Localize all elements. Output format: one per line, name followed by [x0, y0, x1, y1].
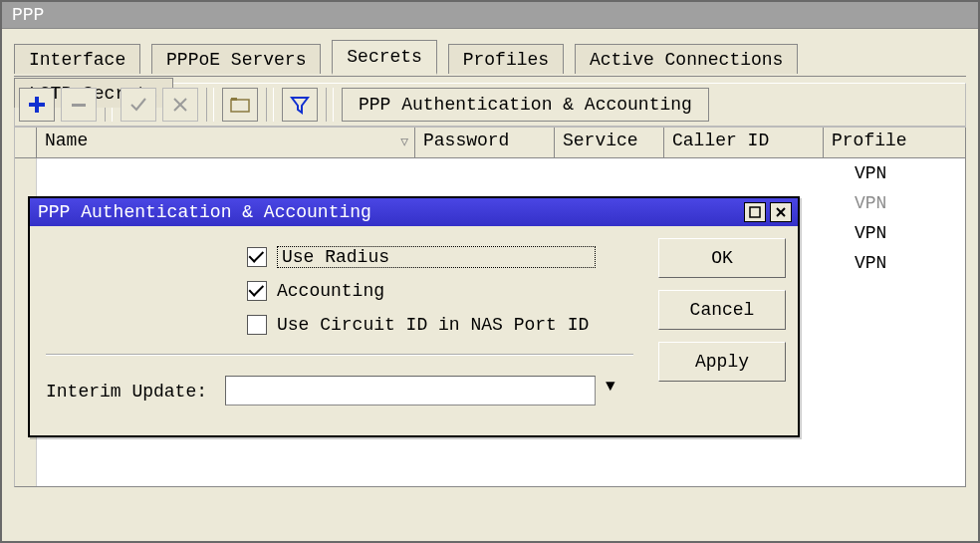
ok-button[interactable]: OK: [658, 238, 786, 278]
tab-profiles[interactable]: Profiles: [448, 44, 564, 74]
interim-update-input[interactable]: [225, 376, 596, 406]
cell-profile: VPN: [847, 158, 894, 188]
toolbar-separator: [206, 88, 214, 122]
filter-button[interactable]: [282, 88, 318, 122]
dialog-separator: [46, 354, 633, 356]
minimize-icon: [749, 206, 761, 218]
table-header: Name ▽ Password Service Caller ID Profil…: [14, 127, 966, 158]
close-icon: [775, 206, 787, 218]
table-row[interactable]: VPN: [15, 158, 965, 188]
window-titlebar: PPP: [2, 2, 978, 29]
col-row-marker[interactable]: [15, 128, 37, 158]
apply-button[interactable]: Apply: [658, 342, 786, 382]
interim-update-dropdown-icon[interactable]: ▼: [606, 378, 615, 396]
dialog-button-column: OK Cancel Apply: [658, 238, 786, 382]
check-icon: [128, 95, 148, 115]
col-name-label: Name: [45, 131, 88, 150]
use-radius-row: Use Radius: [247, 240, 615, 274]
cell-profile: VPN: [847, 188, 894, 218]
window-title: PPP: [12, 5, 44, 25]
tab-active-connections[interactable]: Active Connections: [575, 44, 798, 74]
funnel-icon: [290, 95, 310, 115]
ppp-window: PPP Interface PPPoE Servers Secrets Prof…: [0, 0, 980, 543]
dialog-close-button[interactable]: [770, 202, 792, 222]
options-group: Use Radius Accounting Use Circuit ID in …: [247, 240, 615, 342]
accounting-checkbox[interactable]: [247, 281, 267, 301]
svg-rect-5: [231, 100, 249, 112]
accounting-row: Accounting: [247, 274, 615, 308]
svg-rect-1: [29, 103, 45, 107]
col-password[interactable]: Password: [415, 128, 555, 158]
auth-accounting-dialog: PPP Authentication & Accounting Use Radi…: [28, 196, 800, 437]
tab-secrets[interactable]: Secrets: [332, 40, 437, 75]
comment-button[interactable]: [222, 88, 258, 122]
ppp-auth-accounting-button[interactable]: PPP Authentication & Accounting: [342, 88, 709, 122]
col-profile[interactable]: Profile: [824, 128, 966, 158]
toolbar-separator: [266, 88, 274, 122]
use-circuit-id-row: Use Circuit ID in NAS Port ID: [247, 308, 615, 342]
dialog-titlebar[interactable]: PPP Authentication & Accounting: [30, 198, 798, 226]
sort-desc-icon: ▽: [400, 134, 408, 149]
svg-rect-8: [750, 207, 760, 217]
note-icon: [229, 96, 251, 114]
plus-icon: [27, 95, 47, 115]
svg-rect-2: [72, 104, 86, 107]
accounting-label: Accounting: [277, 281, 384, 301]
dialog-title: PPP Authentication & Accounting: [38, 202, 371, 222]
disable-button[interactable]: [162, 88, 198, 122]
dialog-body: Use Radius Accounting Use Circuit ID in …: [30, 226, 798, 435]
tab-bar: Interface PPPoE Servers Secrets Profiles…: [14, 41, 966, 77]
toolbar-separator: [326, 88, 334, 122]
remove-button[interactable]: [61, 88, 97, 122]
cell-profile: VPN: [847, 218, 894, 248]
tab-pppoe-servers[interactable]: PPPoE Servers: [151, 44, 321, 74]
use-circuit-id-label: Use Circuit ID in NAS Port ID: [277, 315, 589, 335]
col-name[interactable]: Name ▽: [37, 128, 415, 158]
svg-rect-6: [231, 98, 237, 101]
svg-marker-7: [292, 98, 308, 113]
cancel-button[interactable]: Cancel: [658, 290, 786, 330]
cell-profile: VPN: [847, 248, 894, 278]
use-radius-checkbox[interactable]: [247, 247, 267, 267]
use-radius-label: Use Radius: [277, 246, 596, 268]
enable-button[interactable]: [121, 88, 156, 122]
dialog-minimize-button[interactable]: [744, 202, 766, 222]
interim-update-label: Interim Update:: [46, 382, 207, 402]
minus-icon: [69, 95, 89, 115]
col-service[interactable]: Service: [555, 128, 664, 158]
tab-interface[interactable]: Interface: [14, 44, 140, 74]
col-caller-id[interactable]: Caller ID: [664, 128, 824, 158]
add-button[interactable]: [19, 88, 55, 122]
use-circuit-id-checkbox[interactable]: [247, 315, 267, 335]
x-icon: [170, 95, 190, 115]
